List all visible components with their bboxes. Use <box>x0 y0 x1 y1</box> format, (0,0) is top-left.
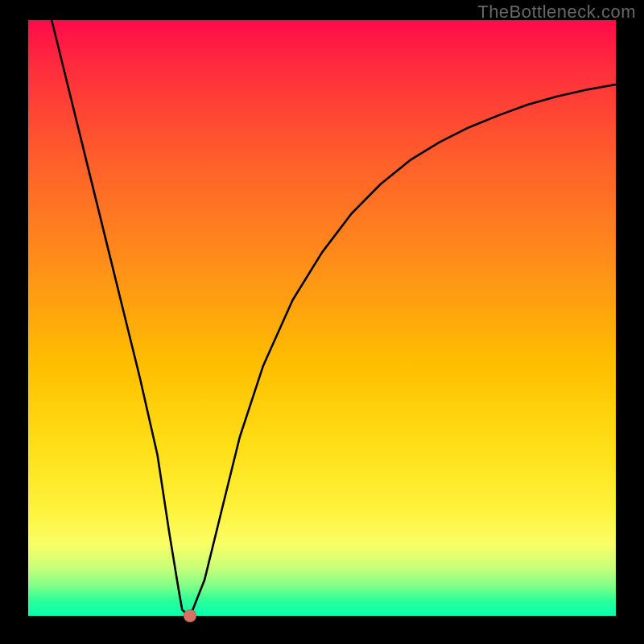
chart-frame: TheBottleneck.com <box>0 0 644 644</box>
optimal-point-marker <box>184 609 196 622</box>
plot-area <box>28 20 616 616</box>
curve-svg <box>28 20 616 616</box>
bottleneck-curve <box>52 20 616 613</box>
watermark-text: TheBottleneck.com <box>477 2 636 23</box>
